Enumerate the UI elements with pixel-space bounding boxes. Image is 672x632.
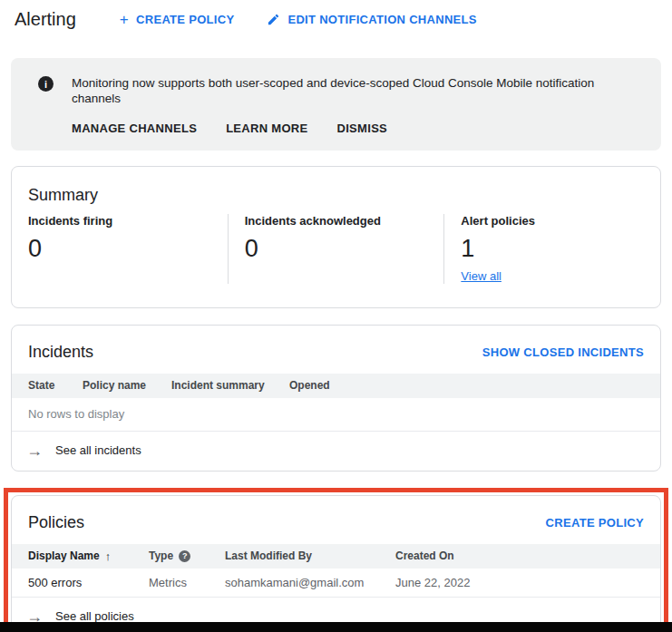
stat-alert-policies: Alert policies 1 View all: [443, 214, 660, 284]
info-icon: i: [38, 76, 54, 92]
stat-value: 0: [28, 236, 211, 263]
create-policy-label: CREATE POLICY: [136, 13, 234, 26]
stat-value: 1: [461, 236, 644, 263]
column-header-opened: Opened: [289, 379, 660, 392]
show-closed-incidents-button[interactable]: SHOW CLOSED INCIDENTS: [482, 345, 644, 359]
notification-banner: i Monitoring now supports both user-scop…: [11, 58, 661, 151]
edit-notification-channels-button[interactable]: EDIT NOTIFICATION CHANNELS: [267, 13, 476, 26]
help-icon[interactable]: ?: [179, 550, 190, 562]
type-label: Type: [149, 549, 173, 562]
incidents-empty-row: No rows to display: [12, 398, 660, 432]
sort-ascending-icon: ↑: [105, 549, 112, 563]
dismiss-button[interactable]: DISMISS: [337, 122, 388, 135]
policy-created-on-cell: June 22, 2022: [395, 576, 660, 589]
column-header-state: State: [28, 379, 83, 392]
policies-table-header: Display Name ↑ Type ? Last Modified By C…: [12, 544, 660, 569]
incidents-title: Incidents: [28, 343, 93, 362]
column-header-incident-summary: Incident summary: [171, 379, 289, 392]
summary-card: Summary Incidents firing 0 Incidents ack…: [11, 166, 661, 308]
bottom-black-strip: [0, 622, 672, 632]
banner-message: Monitoring now supports both user-scoped…: [72, 75, 639, 106]
column-header-created-on: Created On: [395, 549, 660, 562]
stat-label: Incidents acknowledged: [245, 214, 428, 228]
incidents-table-header: State Policy name Incident summary Opene…: [12, 374, 660, 398]
see-all-policies-label: See all policies: [55, 609, 134, 623]
learn-more-button[interactable]: LEARN MORE: [226, 122, 307, 135]
page-title: Alerting: [15, 9, 76, 30]
summary-stats: Incidents firing 0 Incidents acknowledge…: [12, 214, 660, 307]
policy-last-modified-by-cell: sohamkamani@gmail.com: [225, 576, 395, 589]
summary-title: Summary: [28, 186, 644, 205]
incidents-card: Incidents SHOW CLOSED INCIDENTS State Po…: [11, 325, 661, 472]
column-header-last-modified-by: Last Modified By: [225, 549, 395, 562]
page-header: Alerting + CREATE POLICY EDIT NOTIFICATI…: [0, 0, 672, 38]
edit-channels-label: EDIT NOTIFICATION CHANNELS: [287, 13, 476, 26]
policies-title: Policies: [28, 513, 84, 532]
see-all-incidents-label: See all incidents: [55, 443, 141, 457]
policy-display-name-cell[interactable]: 500 errors: [28, 576, 149, 589]
column-header-display-name[interactable]: Display Name ↑: [28, 549, 149, 563]
policy-type-cell: Metrics: [149, 576, 225, 589]
manage-channels-button[interactable]: MANAGE CHANNELS: [72, 122, 197, 135]
column-header-policy-name: Policy name: [83, 379, 171, 392]
stat-value: 0: [245, 236, 428, 263]
policy-table-row[interactable]: 500 errors Metrics sohamkamani@gmail.com…: [12, 569, 660, 598]
stat-label: Alert policies: [461, 214, 644, 228]
create-policy-button[interactable]: + CREATE POLICY: [120, 12, 235, 27]
column-header-type: Type ?: [149, 549, 225, 562]
create-policy-card-button[interactable]: CREATE POLICY: [546, 516, 644, 530]
plus-icon: +: [120, 12, 129, 27]
stat-label: Incidents firing: [28, 214, 211, 228]
pencil-icon: [267, 13, 280, 26]
see-all-incidents-link[interactable]: → See all incidents: [12, 432, 660, 471]
header-actions: + CREATE POLICY EDIT NOTIFICATION CHANNE…: [120, 12, 477, 27]
display-name-label: Display Name: [28, 549, 100, 562]
arrow-right-icon: →: [26, 442, 43, 459]
view-all-link[interactable]: View all: [461, 269, 502, 283]
stat-incidents-acknowledged: Incidents acknowledged 0: [228, 214, 444, 284]
stat-incidents-firing: Incidents firing 0: [12, 214, 228, 284]
policies-card: Policies CREATE POLICY Display Name ↑ Ty…: [11, 495, 661, 632]
red-highlight-annotation: Policies CREATE POLICY Display Name ↑ Ty…: [4, 488, 668, 632]
